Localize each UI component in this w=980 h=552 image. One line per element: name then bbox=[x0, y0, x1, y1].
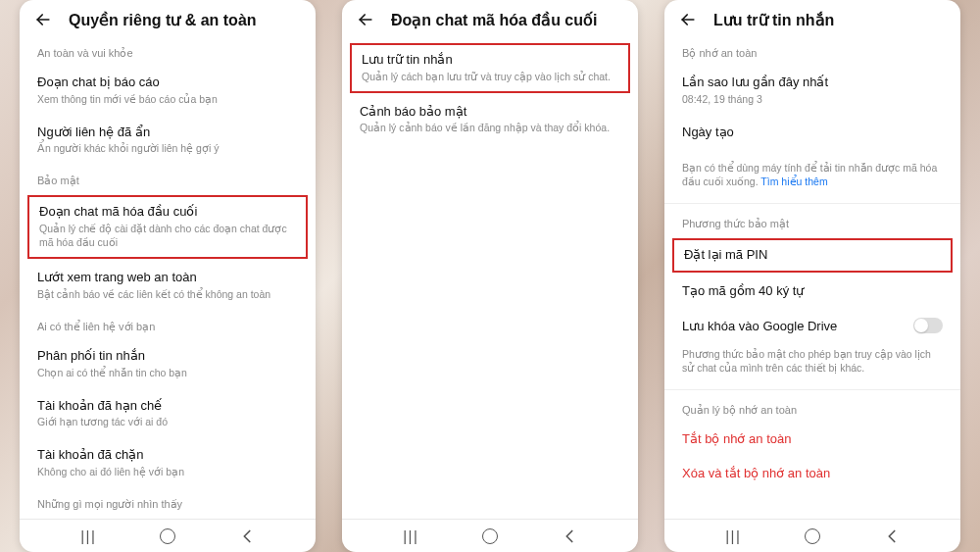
back-icon[interactable] bbox=[356, 10, 375, 29]
item-sub: Quản lý cảnh báo về lần đăng nhập và tha… bbox=[360, 121, 620, 134]
item-reported-chats[interactable]: Đoạn chat bị báo cáo Xem thông tin mới v… bbox=[20, 66, 316, 116]
item-sub: Quản lý chế độ cài đặt dành cho các đoạn… bbox=[39, 222, 296, 249]
item-sub: Ẩn người khác khỏi người liên hệ gợi ý bbox=[37, 141, 298, 155]
header-1: Quyền riêng tư & an toàn bbox=[20, 0, 316, 37]
item-turn-off-storage[interactable]: Tắt bộ nhớ an toàn bbox=[664, 423, 960, 458]
section-security: Bảo mật bbox=[20, 165, 316, 193]
item-sub: 08:42, 19 tháng 3 bbox=[682, 92, 943, 106]
page-title: Lưu trữ tin nhắn bbox=[713, 11, 834, 29]
item-sub: Giới hạn tương tác với ai đó bbox=[37, 415, 298, 428]
item-sub: Bật cảnh báo về các liên kết có thể khôn… bbox=[37, 287, 298, 301]
scroll-1[interactable]: An toàn và vui khỏe Đoạn chat bị báo cáo… bbox=[20, 37, 316, 519]
screen-1-privacy-safety: Quyền riêng tư & an toàn An toàn và vui … bbox=[20, 0, 316, 552]
page-title: Đoạn chat mã hóa đầu cuối bbox=[391, 11, 597, 29]
section-security-method: Phương thức bảo mật bbox=[664, 208, 960, 236]
note-computer-download: Bạn có thể dùng máy tính để tải tin nhắn… bbox=[664, 150, 960, 198]
nav-recent-icon[interactable]: ||| bbox=[400, 526, 421, 547]
item-title: Xóa và tắt bộ nhớ an toàn bbox=[682, 465, 943, 482]
header-3: Lưu trữ tin nhắn bbox=[664, 0, 960, 37]
item-title: Tài khoản đã chặn bbox=[37, 446, 298, 464]
item-message-delivery[interactable]: Phân phối tin nhắn Chọn ai có thể nhắn t… bbox=[20, 339, 316, 389]
item-hidden-contacts[interactable]: Người liên hệ đã ẩn Ẩn người khác khỏi n… bbox=[20, 116, 316, 166]
item-title: Tắt bộ nhớ an toàn bbox=[682, 430, 943, 448]
note-text: Bạn có thể dùng máy tính để tải tin nhắn… bbox=[682, 161, 943, 188]
nav-home-icon[interactable] bbox=[802, 526, 823, 547]
item-title: Người liên hệ đã ẩn bbox=[37, 124, 298, 141]
page-title: Quyền riêng tư & an toàn bbox=[69, 11, 257, 29]
item-title: Lần sao lưu gần đây nhất bbox=[682, 74, 943, 91]
item-safe-browsing[interactable]: Lướt xem trang web an toàn Bật cảnh báo … bbox=[20, 261, 316, 311]
item-sub: Quản lý cách bạn lưu trữ và truy cập vào… bbox=[362, 70, 618, 83]
scroll-3[interactable]: Bộ nhớ an toàn Lần sao lưu gần đây nhất … bbox=[664, 37, 960, 519]
item-title: Tạo mã gồm 40 ký tự bbox=[682, 282, 943, 300]
item-title: Lưu khóa vào Google Drive bbox=[682, 318, 837, 335]
item-title: Lướt xem trang web an toàn bbox=[37, 269, 298, 286]
screen-3-message-storage: Lưu trữ tin nhắn Bộ nhớ an toàn Lần sao … bbox=[664, 0, 960, 552]
item-e2e-chats[interactable]: Đoạn chat mã hóa đầu cuối Quản lý chế độ… bbox=[27, 195, 308, 259]
item-message-storage[interactable]: Lưu trữ tin nhắn Quản lý cách bạn lưu tr… bbox=[350, 43, 630, 93]
android-navbar: ||| bbox=[20, 519, 316, 552]
item-sub: Xem thông tin mới về báo cáo của bạn bbox=[37, 92, 298, 106]
item-read-receipts[interactable]: Thông báo đã đọc Cho mọi người biết bạn … bbox=[20, 517, 316, 519]
nav-recent-icon[interactable]: ||| bbox=[722, 526, 744, 547]
toggle-switch[interactable] bbox=[913, 318, 943, 333]
item-created-date[interactable]: Ngày tạo bbox=[664, 116, 960, 151]
nav-back-icon[interactable] bbox=[881, 526, 903, 547]
screen-2-e2e-chats: Đoạn chat mã hóa đầu cuối Lưu trữ tin nh… bbox=[342, 0, 638, 552]
item-last-backup[interactable]: Lần sao lưu gần đây nhất 08:42, 19 tháng… bbox=[664, 66, 960, 116]
item-blocked-accounts[interactable]: Tài khoản đã chặn Không cho ai đó liên h… bbox=[20, 438, 316, 488]
nav-home-icon[interactable] bbox=[157, 526, 178, 547]
section-manage-storage: Quản lý bộ nhớ an toàn bbox=[664, 394, 960, 423]
back-icon[interactable] bbox=[33, 10, 53, 29]
scroll-2[interactable]: Lưu trữ tin nhắn Quản lý cách bạn lưu tr… bbox=[342, 37, 638, 519]
item-restricted-accounts[interactable]: Tài khoản đã hạn chế Giới hạn tương tác … bbox=[20, 389, 316, 439]
nav-back-icon[interactable] bbox=[236, 526, 258, 547]
learn-more-link[interactable]: Tìm hiểu thêm bbox=[760, 176, 827, 187]
item-reset-pin[interactable]: Đặt lại mã PIN bbox=[672, 238, 953, 274]
header-2: Đoạn chat mã hóa đầu cuối bbox=[342, 0, 638, 37]
item-security-alerts[interactable]: Cảnh báo bảo mật Quản lý cảnh báo về lần… bbox=[342, 95, 638, 145]
android-navbar: ||| bbox=[664, 519, 960, 552]
item-title: Cảnh báo bảo mật bbox=[360, 103, 620, 121]
item-title: Tài khoản đã hạn chế bbox=[37, 397, 298, 415]
note-text: Phương thức bảo mật cho phép bạn truy cậ… bbox=[682, 347, 943, 375]
nav-recent-icon[interactable]: ||| bbox=[77, 526, 99, 547]
item-title: Ngày tạo bbox=[682, 124, 943, 141]
section-secure-storage: Bộ nhớ an toàn bbox=[664, 37, 960, 66]
android-navbar: ||| bbox=[342, 519, 638, 552]
item-title: Đặt lại mã PIN bbox=[684, 246, 941, 264]
item-delete-storage[interactable]: Xóa và tắt bộ nhớ an toàn bbox=[664, 457, 960, 492]
back-icon[interactable] bbox=[678, 10, 698, 29]
divider bbox=[664, 389, 960, 390]
section-who-contacts: Ai có thể liên hệ với bạn bbox=[20, 311, 316, 339]
section-safe: An toàn và vui khỏe bbox=[20, 37, 316, 66]
note-method: Phương thức bảo mật cho phép bạn truy cậ… bbox=[664, 344, 960, 384]
item-title: Lưu trữ tin nhắn bbox=[362, 51, 618, 69]
item-title: Đoạn chat mã hóa đầu cuối bbox=[39, 203, 296, 221]
section-visible: Những gì mọi người nhìn thấy bbox=[20, 488, 316, 517]
item-generate-40-code[interactable]: Tạo mã gồm 40 ký tự bbox=[664, 275, 960, 310]
nav-back-icon[interactable] bbox=[559, 526, 580, 547]
nav-home-icon[interactable] bbox=[479, 526, 501, 547]
item-sub: Chọn ai có thể nhắn tin cho bạn bbox=[37, 366, 298, 379]
divider bbox=[664, 203, 960, 204]
item-sub: Không cho ai đó liên hệ với bạn bbox=[37, 465, 298, 478]
item-save-key-google-drive[interactable]: Lưu khóa vào Google Drive bbox=[664, 310, 960, 345]
item-title: Đoạn chat bị báo cáo bbox=[37, 74, 298, 91]
item-title: Phân phối tin nhắn bbox=[37, 347, 298, 365]
